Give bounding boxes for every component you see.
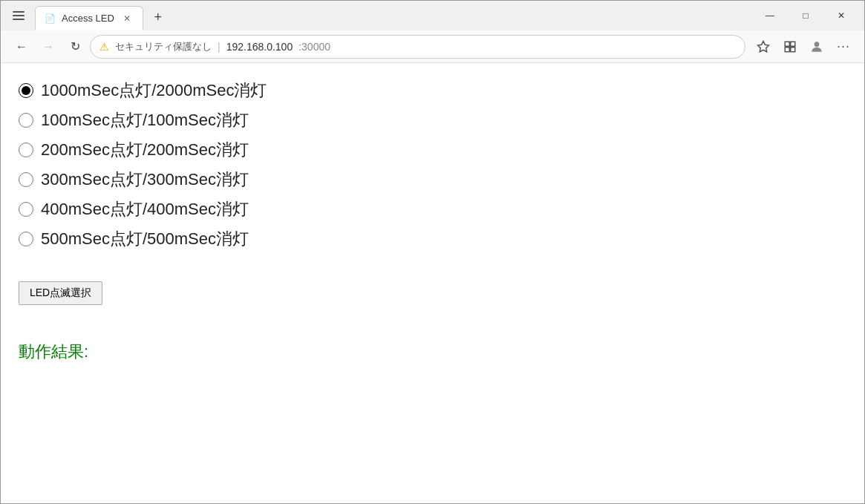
- radio-label-3: 200mSec点灯/200mSec消灯: [41, 139, 249, 161]
- maximize-button[interactable]: □: [789, 4, 823, 27]
- svg-rect-0: [13, 11, 25, 13]
- radio-input-1[interactable]: [19, 83, 33, 98]
- collections-icon-button[interactable]: [778, 35, 802, 59]
- radio-label-2: 100mSec点灯/100mSec消灯: [41, 109, 249, 131]
- tab-label: Access LED: [62, 13, 114, 24]
- led-radio-group: 1000mSec点灯/2000mSec消灯 100mSec点灯/100mSec消…: [19, 78, 846, 252]
- radio-label-6: 500mSec点灯/500mSec消灯: [41, 228, 249, 250]
- security-text: セキュリティ保護なし: [115, 40, 212, 53]
- browser-window: 📄 Access LED ✕ + — □ ✕ ← → ↻ ⚠ セキュリティ保護な…: [0, 0, 865, 504]
- radio-label-1: 1000mSec点灯/2000mSec消灯: [41, 79, 267, 102]
- svg-rect-4: [785, 42, 789, 46]
- page-content: 1000mSec点灯/2000mSec消灯 100mSec点灯/100mSec消…: [1, 63, 864, 503]
- profile-icon-button[interactable]: [805, 35, 829, 59]
- svg-rect-7: [791, 47, 795, 51]
- favorites-icon-button[interactable]: [751, 35, 775, 59]
- svg-rect-5: [791, 42, 795, 46]
- close-button[interactable]: ✕: [824, 4, 858, 27]
- tab-page-icon: 📄: [45, 13, 56, 24]
- sidebar-toggle-button[interactable]: [7, 4, 30, 27]
- url-separator: |: [218, 41, 221, 53]
- security-warning-icon: ⚠: [99, 41, 109, 53]
- radio-option-1[interactable]: 1000mSec点灯/2000mSec消灯: [19, 78, 846, 103]
- radio-option-4[interactable]: 300mSec点灯/300mSec消灯: [19, 167, 846, 192]
- url-port: :30000: [298, 41, 330, 53]
- titlebar: 📄 Access LED ✕ + — □ ✕: [1, 1, 864, 30]
- nav-icons: ···: [751, 35, 855, 59]
- titlebar-left: 📄 Access LED ✕ +: [7, 1, 750, 30]
- svg-point-8: [815, 42, 820, 47]
- svg-rect-1: [13, 15, 25, 16]
- url-host: 192.168.0.100: [226, 41, 293, 53]
- active-tab[interactable]: 📄 Access LED ✕: [35, 6, 143, 30]
- minimize-button[interactable]: —: [753, 4, 787, 27]
- radio-option-5[interactable]: 400mSec点灯/400mSec消灯: [19, 197, 846, 222]
- tab-close-button[interactable]: ✕: [120, 12, 134, 25]
- address-bar[interactable]: ⚠ セキュリティ保護なし | 192.168.0.100:30000: [90, 35, 745, 59]
- svg-marker-3: [758, 41, 769, 51]
- svg-rect-6: [785, 47, 789, 51]
- led-select-button[interactable]: LED点滅選択: [19, 281, 102, 305]
- radio-label-5: 400mSec点灯/400mSec消灯: [41, 198, 249, 220]
- result-label: 動作結果:: [19, 341, 846, 363]
- radio-input-3[interactable]: [19, 143, 33, 157]
- more-options-button[interactable]: ···: [832, 35, 855, 59]
- radio-option-3[interactable]: 200mSec点灯/200mSec消灯: [19, 137, 846, 163]
- tab-bar: 📄 Access LED ✕ +: [35, 1, 750, 30]
- radio-input-5[interactable]: [19, 202, 33, 217]
- radio-option-6[interactable]: 500mSec点灯/500mSec消灯: [19, 226, 846, 252]
- svg-rect-2: [13, 19, 25, 20]
- new-tab-button[interactable]: +: [146, 5, 170, 29]
- radio-input-6[interactable]: [19, 232, 33, 246]
- back-button[interactable]: ←: [10, 35, 33, 59]
- forward-button[interactable]: →: [36, 35, 60, 59]
- radio-option-2[interactable]: 100mSec点灯/100mSec消灯: [19, 108, 846, 133]
- navbar: ← → ↻ ⚠ セキュリティ保護なし | 192.168.0.100:30000: [1, 30, 864, 63]
- radio-input-2[interactable]: [19, 113, 33, 128]
- radio-label-4: 300mSec点灯/300mSec消灯: [41, 168, 249, 191]
- radio-input-4[interactable]: [19, 172, 33, 187]
- reload-button[interactable]: ↻: [63, 35, 87, 59]
- window-controls: — □ ✕: [753, 4, 858, 27]
